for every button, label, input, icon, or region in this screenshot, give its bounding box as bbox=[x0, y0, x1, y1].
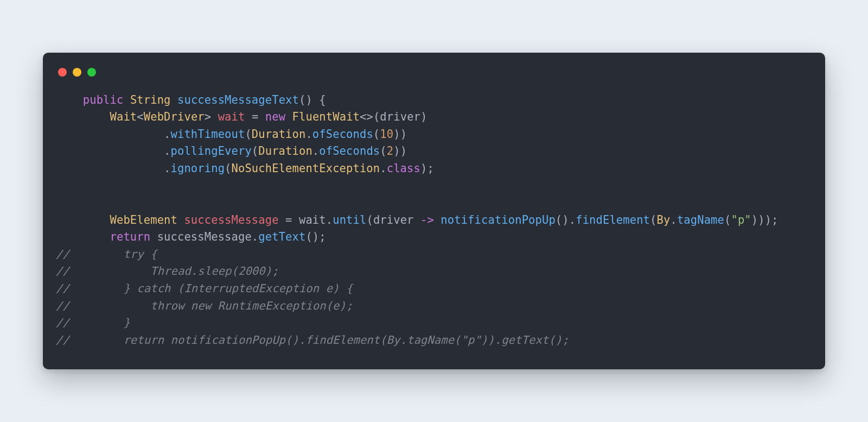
comment-line-3: // } catch (InterruptedException e) { bbox=[56, 282, 353, 295]
minimize-icon[interactable] bbox=[73, 68, 81, 77]
window-controls bbox=[58, 68, 812, 77]
code-block: public String successMessageText() { Wai… bbox=[56, 92, 812, 349]
close-icon[interactable] bbox=[58, 68, 67, 77]
code-window: public String successMessageText() { Wai… bbox=[43, 53, 825, 369]
code-line-5: .ignoring(NoSuchElementException.class); bbox=[56, 162, 434, 175]
code-line-4: .pollingEvery(Duration.ofSeconds(2)) bbox=[56, 144, 407, 158]
code-line-1: public String successMessageText() { bbox=[56, 93, 326, 106]
comment-line-4: // throw new RuntimeException(e); bbox=[56, 299, 353, 312]
comment-line-6: // return notificationPopUp().findElemen… bbox=[56, 333, 569, 347]
comment-line-2: // Thread.sleep(2000); bbox=[56, 264, 279, 278]
code-line-6: WebElement successMessage = wait.until(d… bbox=[56, 213, 778, 226]
code-line-2: Wait<WebDriver> wait = new FluentWait<>(… bbox=[56, 110, 427, 123]
code-line-3: .withTimeout(Duration.ofSeconds(10)) bbox=[56, 128, 407, 141]
maximize-icon[interactable] bbox=[87, 68, 96, 77]
comment-line-5: // } bbox=[56, 316, 130, 329]
code-line-7: return successMessage.getText(); bbox=[56, 230, 326, 243]
comment-line-1: // try { bbox=[56, 248, 157, 261]
